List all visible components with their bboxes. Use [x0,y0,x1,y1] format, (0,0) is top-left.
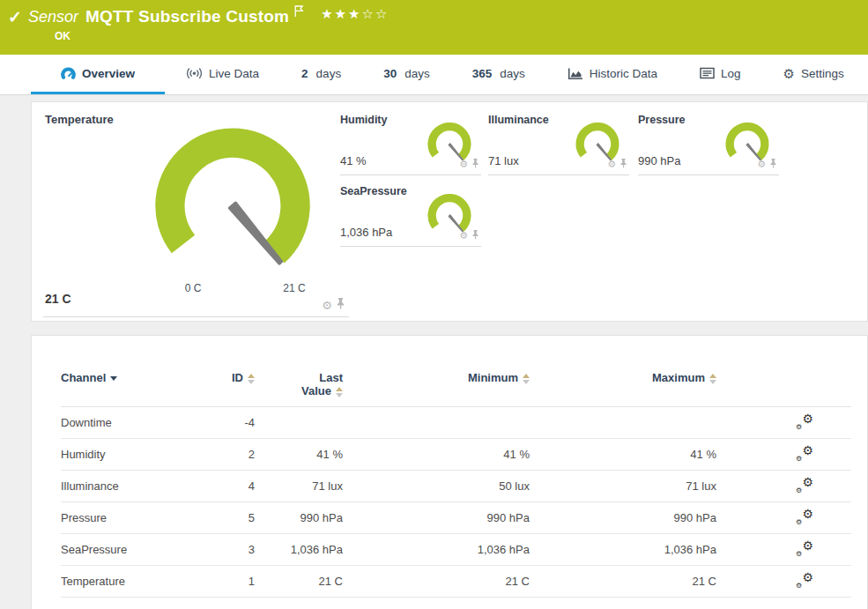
pin-icon[interactable] [336,297,345,313]
channel-gear-icon[interactable]: ⚙ [322,300,332,311]
tab-historic-data[interactable]: Historic Data [546,55,679,94]
tab-30-days[interactable]: 30 days [362,55,451,94]
table-row-downtime: Downtime -4 ⚙⚙ [61,407,851,439]
channel-settings-icon[interactable]: ⚙⚙ [796,477,813,493]
column-header-last-value-line2[interactable]: Value [301,384,331,397]
channel-last-value: 21 C [255,575,343,588]
table-row-seapressure: SeaPressure 3 1,036 hPa 1,036 hPa 1,036 … [61,534,851,566]
channel-minimum: 21 C [343,575,530,588]
favorite-flag-icon[interactable] [293,4,305,21]
channel-settings-icon[interactable]: ⚙⚙ [796,445,813,461]
channel-minimum: 990 hPa [343,511,530,524]
primary-gauge-panel-temperature[interactable]: Temperature 0 C 21 C 21 C ⚙ [43,102,349,317]
gauge-title: Illuminance [488,114,549,126]
pin-icon[interactable] [619,156,627,172]
gauge-value: 71 lux [488,154,519,167]
tab-label: Historic Data [590,67,657,80]
gauge-icon [61,66,76,80]
tab-label: Settings [801,67,844,80]
sensor-status-banner: ✓ Sensor MQTT Subscribe Custom ★★★☆☆ OK [0,0,868,55]
small-gauge-panel-illuminance[interactable]: Illuminance 71 lux ⚙ [488,109,629,175]
channel-last-value: 990 hPa [255,511,343,524]
channel-name: Temperature [61,575,219,588]
tab-label: Overview [82,67,135,80]
historic-data-icon [568,67,583,80]
tab-number: 2 [301,67,308,80]
channel-maximum: 1,036 hPa [530,543,716,556]
column-header-id[interactable]: ID [232,371,243,384]
pin-icon[interactable] [769,156,777,172]
column-header-channel[interactable]: Channel [61,371,106,384]
settings-gear-icon: ⚙ [783,67,795,80]
tab-number: 365 [472,67,493,80]
sort-icon[interactable] [248,374,255,384]
channel-gear-icon[interactable]: ⚙ [459,231,468,241]
live-data-icon [186,66,203,80]
small-gauge-panel-humidity[interactable]: Humidity 41 % ⚙ [340,109,481,175]
channel-settings-icon[interactable]: ⚙⚙ [796,572,813,588]
sort-descending-icon[interactable] [110,376,117,381]
sort-icon[interactable] [523,374,530,384]
table-row-temperature: Temperature 1 21 C 21 C 21 C ⚙⚙ [61,566,851,598]
channel-minimum: 1,036 hPa [343,543,530,556]
channel-name: Downtime [61,416,219,429]
channel-settings-icon[interactable]: ⚙⚙ [796,413,813,429]
stars-empty[interactable]: ☆☆ [361,6,389,21]
tab-overview[interactable]: Overview [31,55,165,94]
gauge-title: SeaPressure [340,185,407,197]
channel-maximum: 41 % [530,448,716,461]
channel-id: -4 [219,416,255,429]
channel-minimum: 50 lux [343,479,530,493]
tab-label: Live Data [209,67,259,80]
tab-log[interactable]: Log [679,55,762,94]
tab-label: days [500,67,525,80]
channel-last-value: 1,036 hPa [255,543,343,556]
channel-settings-icon[interactable]: ⚙⚙ [796,509,813,524]
page-title: MQTT Subscribe Custom [85,7,289,26]
table-row-humidity: Humidity 2 41 % 41 % 41 % ⚙⚙ [61,439,851,471]
channel-id: 3 [219,543,255,556]
gauge-scale-max: 21 C [268,282,321,294]
channel-settings-icon[interactable]: ⚙⚙ [796,540,813,556]
tab-live-data[interactable]: Live Data [165,55,280,94]
overview-content: Temperature 0 C 21 C 21 C ⚙ Humidity [0,95,868,609]
channel-id: 5 [219,511,255,524]
tab-label: Log [721,67,741,80]
sensor-tab-bar: Overview Live Data 2 days 30 days 365 da… [0,55,868,95]
tab-settings[interactable]: ⚙ Settings [762,55,865,94]
column-header-last-value-line1[interactable]: Last [255,371,343,384]
pin-icon[interactable] [471,156,479,172]
gauge-value: 41 % [340,154,367,167]
channels-table-card: Channel ID Last Value Minimum Maximum [31,335,868,609]
gauge-scale-min: 0 C [167,282,219,294]
channel-id: 4 [219,479,255,493]
gauge-value: 1,036 hPa [340,226,392,239]
gauges-card: Temperature 0 C 21 C 21 C ⚙ Humidity [31,101,868,322]
sort-icon[interactable] [336,387,343,397]
gauge-value: 990 hPa [638,154,680,167]
pin-icon[interactable] [471,227,479,243]
small-gauge-panel-seapressure[interactable]: SeaPressure 1,036 hPa ⚙ [340,181,481,247]
channel-gear-icon[interactable]: ⚙ [459,160,468,169]
small-gauge-panel-pressure[interactable]: Pressure 990 hPa ⚙ [638,109,779,175]
tab-number: 30 [383,67,397,80]
channel-maximum: 21 C [530,575,716,588]
stars-filled[interactable]: ★★★ [321,6,361,21]
channel-name: Illuminance [61,479,219,493]
column-header-maximum[interactable]: Maximum [652,371,705,384]
channel-maximum: 990 hPa [530,511,716,524]
gauge-value: 21 C [45,292,71,306]
channel-name: Pressure [61,511,219,524]
tab-365-days[interactable]: 365 days [451,55,546,94]
column-header-minimum[interactable]: Minimum [468,371,518,384]
sort-icon[interactable] [709,374,716,384]
channel-gear-icon[interactable]: ⚙ [757,160,766,169]
log-icon [700,67,715,79]
gauge-title: Temperature [45,113,114,126]
tab-label: days [316,67,342,80]
channel-last-value: 71 lux [255,479,343,493]
tab-label: days [404,67,430,80]
priority-stars[interactable]: ★★★☆☆ [321,6,389,22]
tab-2-days[interactable]: 2 days [280,55,362,94]
channel-gear-icon[interactable]: ⚙ [607,160,616,169]
